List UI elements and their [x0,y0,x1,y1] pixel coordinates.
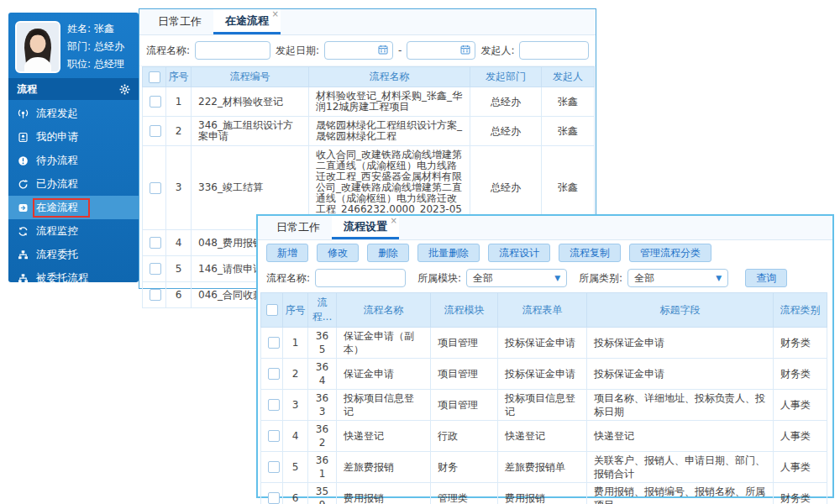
col-header-name: 流程名称 [309,67,470,87]
sidebar-item-process-delegate[interactable]: 流程委托 [8,243,139,266]
cell-code: 363 [308,390,337,421]
col-header-no: 序号 [166,67,192,87]
module-select[interactable]: 全部 ▼ [466,269,567,287]
user-dept: 总经办 [94,40,124,52]
row-checkbox[interactable] [150,96,161,108]
table-row[interactable]: 5 361 差旅费报销 财务 差旅费报销单 关联客户、报销人、申请日期、部门、报… [261,452,827,483]
row-checkbox[interactable] [268,399,280,411]
cell-code: 361 [308,452,337,483]
cell-name: 保证金申请 [337,359,431,390]
broadcast-icon [18,108,29,119]
sidebar-item-label: 流程发起 [36,107,78,121]
row-checkbox[interactable] [150,237,161,249]
cell-title-fields: 关联客户、报销人、申请日期、部门、报销合计 [587,452,774,483]
sidebar-item-my-applications[interactable]: 我的申请 [8,125,139,149]
sidebar-item-process-start[interactable]: 流程发起 [8,102,139,125]
calendar-icon [460,45,470,57]
delete-button[interactable]: 删除 [367,244,409,262]
gear-icon[interactable] [119,84,130,95]
close-icon[interactable]: × [272,10,279,18]
select-all-checkbox[interactable] [149,71,160,83]
cell-module: 财务 [431,452,498,483]
initiator-input[interactable] [519,41,589,60]
sidebar-item-todo-processes[interactable]: 待办流程 [8,149,139,172]
date-to-input[interactable] [407,41,475,60]
select-all-checkbox[interactable] [266,304,278,316]
cell-no: 6 [166,282,192,308]
cell-no: 5 [283,452,308,483]
win2-filter-bar: 流程名称: 所属模块: 全部 ▼ 所属类别: 全部 ▼ 查询 [258,265,832,291]
col-header-module: 流程模块 [431,293,498,328]
add-button[interactable]: 新增 [266,244,308,262]
cell-module: 项目管理 [431,390,498,421]
row-checkbox[interactable] [268,430,280,442]
sidebar-item-label: 我的申请 [36,130,78,144]
sidebar-item-process-monitor[interactable]: 流程监控 [8,219,139,243]
process-name-input[interactable] [195,41,270,60]
date-from-input[interactable] [324,41,393,60]
user-name: 张鑫 [94,23,114,34]
user-title-label: 职位: [67,58,91,70]
row-checkbox[interactable] [150,125,161,137]
category-select[interactable]: 全部 ▼ [627,269,728,287]
tab-process-settings[interactable]: 流程设置 × [332,216,399,239]
cell-category: 人事类 [774,390,827,421]
sidebar-item-delegated-processes[interactable]: 被委托流程 [8,266,139,290]
table-row[interactable]: 4 362 快递登记 行政 快递登记 快递登记 人事类 [261,421,827,452]
edit-button[interactable]: 修改 [317,244,359,262]
tab-in-transit[interactable]: 在途流程 × [213,9,281,34]
in-transit-icon [18,202,29,213]
batch-delete-button[interactable]: 批量删除 [417,244,480,262]
process-copy-button[interactable]: 流程复制 [559,244,621,262]
process-name-input[interactable] [315,269,406,287]
cell-form: 投标项目信息登记 [498,390,587,421]
row-checkbox[interactable] [150,289,161,301]
cell-name: 费用报销 [337,483,431,504]
date-separator: - [398,45,402,56]
table-row[interactable]: 1 222_材料验收登记 材料验收登记_材料采购_张鑫_华润12城房建工程项目 … [143,87,595,117]
cell-code: 364 [308,359,337,390]
cell-user: 张鑫 [542,87,595,117]
tab-daily-work[interactable]: 日常工作 [146,9,213,34]
table-row[interactable]: 2 364 保证金申请 项目管理 投标保证金申请 投标保证金申请 财务类 [261,359,827,390]
chevron-down-icon: ▼ [716,274,722,282]
sidebar-item-done-processes[interactable]: 已办流程 [8,172,139,196]
win2-tabbar: 日常工作 流程设置 × [258,216,832,240]
sidebar-menu: 流程发起 我的申请 待办流程 已办流程 在途流程 [8,100,139,290]
user-name-row: 姓名: 张鑫 [67,20,124,38]
cell-name: 差旅费报销 [337,452,431,483]
table-row[interactable]: 3 363 投标项目信息登记 项目管理 投标项目信息登记 项目名称、详细地址、投… [261,390,827,421]
exclamation-icon [18,155,29,166]
table-header-row: 序号 流程编号 流程名称 发起部门 发起人 [143,67,595,87]
window-process-settings: 日常工作 流程设置 × 新增 修改 删除 批量删除 流程设计 流程复制 管理流程… [256,214,834,498]
search-button[interactable]: 查询 [745,269,787,287]
sidebar-header: 流程 [8,78,139,100]
col-header-name: 流程名称 [337,293,431,328]
category-selected-value: 全部 [634,271,654,286]
cell-category: 财务类 [774,483,827,504]
tab-daily-work[interactable]: 日常工作 [265,216,332,239]
table-row[interactable]: 2 346_施工组织设计方案申请 晟铭园林绿化工程组织设计方案_晟铭园林绿化工程… [143,117,595,146]
manage-category-button[interactable]: 管理流程分类 [629,244,711,262]
row-checkbox[interactable] [268,337,280,349]
row-checkbox[interactable] [150,263,161,275]
cell-title-fields: 投标保证金申请 [587,328,774,359]
cell-code: 346_施工组织设计方案申请 [192,117,309,146]
cell-name: 快递登记 [337,421,431,452]
row-checkbox[interactable] [268,368,280,380]
col-header-dept: 发起部门 [470,67,542,87]
row-checkbox[interactable] [150,182,161,194]
row-checkbox[interactable] [268,461,280,473]
table-row[interactable]: 1 365 保证金申请（副本） 项目管理 投标保证金申请 投标保证金申请 财务类 [261,328,827,359]
col-header-form: 流程表单 [498,293,587,328]
cell-no: 1 [166,87,192,117]
col-header-title-fields: 标题字段 [587,293,774,328]
cell-name: 材料验收登记_材料采购_张鑫_华润12城房建工程项目 [309,87,470,117]
close-icon[interactable]: × [391,217,397,225]
col-header-no: 序号 [283,293,308,328]
row-checkbox[interactable] [268,492,280,504]
sidebar-item-in-transit-processes[interactable]: 在途流程 [8,196,139,219]
process-design-button[interactable]: 流程设计 [488,244,550,262]
table-row[interactable]: 6 359 费用报销 管理类 费用报销 费用报销、报销编号、报销名称、所属项目 … [261,483,827,504]
sidebar-item-label: 被委托流程 [36,271,89,286]
